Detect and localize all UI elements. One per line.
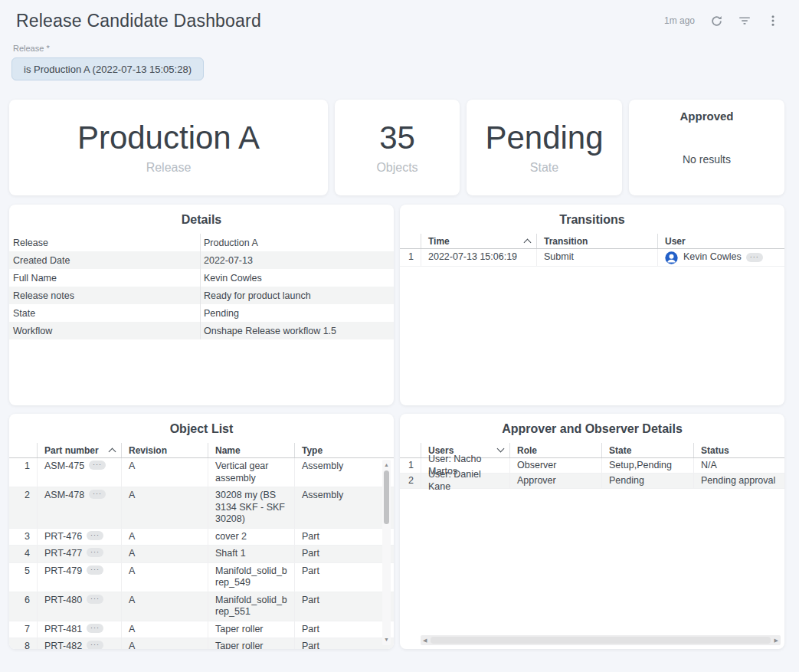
cell-type: Part <box>294 546 394 562</box>
details-panel: Details ReleaseProduction ACreated Date2… <box>9 205 394 405</box>
table-row[interactable]: 2ASM-478···A30208 my (BS 3134 SKF - SKF … <box>9 487 394 529</box>
cell-name: Manifold_solid_brep_549 <box>208 563 294 592</box>
cell-text: A <box>129 461 135 473</box>
cell-status: Pending approval <box>693 474 784 488</box>
row-number: 3 <box>9 529 37 546</box>
state-card-label: State <box>530 161 558 175</box>
filter-button[interactable] <box>738 14 752 28</box>
cell-type: Part <box>294 621 394 638</box>
column-header-label: Type <box>302 445 323 456</box>
row-number-header <box>400 234 421 248</box>
refresh-button[interactable] <box>709 14 723 28</box>
table-row[interactable]: 3PRT-476···Acover 2Part <box>9 529 394 546</box>
more-options-badge[interactable]: ··· <box>87 565 103 575</box>
sort-desc-icon <box>497 445 505 453</box>
objects-card-label: Objects <box>376 161 418 175</box>
column-header-label: User <box>665 236 686 247</box>
cell-type: Part <box>294 592 394 621</box>
scroll-left-arrow-icon[interactable]: ◀ <box>423 635 427 645</box>
horizontal-scrollbar-thumb[interactable] <box>431 637 771 644</box>
cell-name: 30208 my (BS 3134 SKF - SKF 30208) <box>208 487 294 528</box>
row-number-header <box>400 443 421 457</box>
more-options-badge[interactable]: ··· <box>87 595 103 604</box>
table-row[interactable]: 8PRT-482···ATaper rollerPart <box>9 638 394 649</box>
cell-text: Approver <box>517 475 556 487</box>
table-row[interactable]: 4PRT-477···AShaft 1Part <box>9 546 394 563</box>
detail-key: Full Name <box>9 269 200 287</box>
transitions-panel-title: Transitions <box>400 205 784 234</box>
cell-text: Shaft 1 <box>215 548 246 560</box>
approved-card-empty-state: No results <box>683 123 731 195</box>
cell-text: Submit <box>544 251 574 264</box>
cell-text: PRT-476 <box>44 531 82 543</box>
column-header-status[interactable]: Status <box>693 443 784 457</box>
cell-text: PRT-477 <box>44 548 82 560</box>
cell-text: Taper roller <box>215 624 264 636</box>
scroll-right-arrow-icon[interactable]: ▶ <box>774 635 778 645</box>
more-options-badge[interactable]: ··· <box>87 531 103 540</box>
more-options-badge[interactable]: ··· <box>87 641 103 649</box>
cell-text: ASM-478 <box>44 490 84 502</box>
cell-text: Part <box>302 531 319 543</box>
detail-value: Pending <box>200 304 394 322</box>
scroll-up-arrow-icon[interactable]: ▲ <box>382 461 391 469</box>
detail-row: ReleaseProduction A <box>9 234 394 251</box>
cell-text: User: Daniel Kane <box>428 469 503 493</box>
detail-row: Full NameKevin Cowles <box>9 269 394 287</box>
cell-text: Part <box>302 548 319 560</box>
state-card: Pending State <box>467 100 622 195</box>
more-options-badge[interactable]: ··· <box>89 490 106 499</box>
detail-value: Ready for product launch <box>200 287 394 304</box>
table-row[interactable]: 12022-07-13 15:06:19SubmitKevin Cowles··… <box>400 249 784 267</box>
more-options-badge[interactable]: ··· <box>87 548 103 557</box>
detail-row: Created Date2022-07-13 <box>9 251 394 269</box>
cell-text: Part <box>302 624 319 636</box>
sort-asc-icon <box>109 448 116 456</box>
column-header-label: Transition <box>544 236 588 247</box>
kebab-menu-button[interactable] <box>766 14 780 28</box>
more-options-badge[interactable]: ··· <box>87 624 103 633</box>
objects-card: 35 Objects <box>335 100 460 195</box>
column-header-part-number[interactable]: Part number <box>37 443 121 457</box>
table-row[interactable]: 7PRT-481···ATaper rollerPart <box>9 621 394 639</box>
detail-value: Onshape Release workflow 1.5 <box>200 322 394 339</box>
column-header-role[interactable]: Role <box>509 443 601 457</box>
cell-revision: A <box>121 458 208 487</box>
table-row[interactable]: 1ASM-475···AVertical gear assemblyAssemb… <box>9 458 394 487</box>
column-header-revision[interactable]: Revision <box>121 443 208 457</box>
cell-name: Manifold_solid_brep_551 <box>208 592 294 621</box>
scalar-cards-row: Production A Release 35 Objects Pending … <box>9 100 784 195</box>
refresh-icon <box>710 15 723 28</box>
table-row[interactable]: 6PRT-480···AManifold_solid_brep_551Part <box>9 592 394 621</box>
cell-text: Assembly <box>302 490 343 502</box>
cell-text: Pending approval <box>701 475 775 487</box>
sort-asc-icon <box>524 239 532 247</box>
cell-text: ASM-475 <box>44 461 84 473</box>
column-header-label: Status <box>701 445 729 456</box>
column-header-state[interactable]: State <box>601 443 693 457</box>
row-number: 8 <box>9 638 37 649</box>
table-row[interactable]: 5PRT-479···AManifold_solid_brep_549Part <box>9 563 394 592</box>
row-number: 4 <box>9 546 37 562</box>
cell-text: PRT-481 <box>44 624 82 636</box>
row-number: 2 <box>400 474 421 488</box>
cell-part: PRT-476··· <box>37 529 121 546</box>
column-header-transition[interactable]: Transition <box>536 234 657 248</box>
table-row[interactable]: 2User: Daniel KaneApproverPendingPending… <box>400 474 784 489</box>
cell-revision: A <box>121 563 208 592</box>
column-header-time[interactable]: Time <box>421 234 536 248</box>
column-header-user[interactable]: User <box>657 234 784 248</box>
table-body: 1ASM-475···AVertical gear assemblyAssemb… <box>9 458 394 649</box>
column-header-name[interactable]: Name <box>208 443 294 457</box>
cell-part: PRT-482··· <box>37 638 121 649</box>
column-header-type[interactable]: Type <box>294 443 394 457</box>
header-actions: 1m ago <box>664 14 780 28</box>
cell-transition: Submit <box>536 249 657 266</box>
vertical-scrollbar-thumb[interactable] <box>384 470 389 524</box>
scroll-down-arrow-icon[interactable]: ▼ <box>382 636 391 644</box>
release-card-value: Production A <box>77 120 260 156</box>
release-filter-chip[interactable]: is Production A (2022-07-13 15:05:28) <box>11 57 204 80</box>
more-options-badge[interactable]: ··· <box>89 461 106 470</box>
more-options-badge[interactable]: ··· <box>746 253 763 262</box>
row-number-header <box>9 443 37 457</box>
